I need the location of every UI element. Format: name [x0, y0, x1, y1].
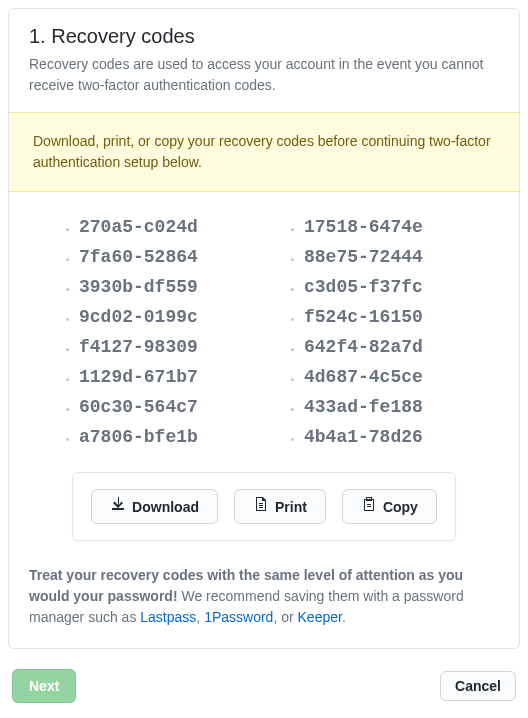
recovery-code: 17518-6474e — [304, 212, 469, 242]
recovery-code: 433ad-fe188 — [304, 392, 469, 422]
warning-after: . — [342, 609, 346, 625]
recovery-code: 60c30-564c7 — [79, 392, 244, 422]
recovery-code: a7806-bfe1b — [79, 422, 244, 452]
codes-column-right: 17518-6474e 88e75-72444 c3d05-f37fc f524… — [284, 212, 469, 452]
link-lastpass[interactable]: Lastpass — [140, 609, 196, 625]
copy-button[interactable]: Copy — [342, 489, 437, 524]
download-icon — [110, 496, 126, 517]
flash-warning: Download, print, or copy your recovery c… — [9, 112, 519, 192]
next-button[interactable]: Next — [12, 669, 76, 703]
recovery-code: 7fa60-52864 — [79, 242, 244, 272]
recovery-code: 3930b-df559 — [79, 272, 244, 302]
code-actions: Download Print Copy — [72, 472, 456, 541]
recovery-code: 1129d-671b7 — [79, 362, 244, 392]
file-icon — [253, 496, 269, 517]
footer-actions: Next Cancel — [8, 649, 520, 707]
recovery-code: 88e75-72444 — [304, 242, 469, 272]
recovery-code: f524c-16150 — [304, 302, 469, 332]
recovery-code: 642f4-82a7d — [304, 332, 469, 362]
download-button[interactable]: Download — [91, 489, 218, 524]
recovery-code: 4d687-4c5ce — [304, 362, 469, 392]
cancel-button[interactable]: Cancel — [440, 671, 516, 701]
codes-section: 270a5-c024d 7fa60-52864 3930b-df559 9cd0… — [9, 192, 519, 565]
sep: , or — [273, 609, 297, 625]
panel-header: 1. Recovery codes Recovery codes are use… — [9, 9, 519, 112]
recovery-code: 270a5-c024d — [79, 212, 244, 242]
panel-description: Recovery codes are used to access your a… — [29, 54, 499, 96]
link-1password[interactable]: 1Password — [204, 609, 273, 625]
clipboard-icon — [361, 496, 377, 517]
codes-columns: 270a5-c024d 7fa60-52864 3930b-df559 9cd0… — [29, 212, 499, 452]
copy-label: Copy — [383, 497, 418, 517]
recovery-code: c3d05-f37fc — [304, 272, 469, 302]
recovery-codes-panel: 1. Recovery codes Recovery codes are use… — [8, 8, 520, 649]
panel-title: 1. Recovery codes — [29, 25, 499, 48]
print-label: Print — [275, 497, 307, 517]
print-button[interactable]: Print — [234, 489, 326, 524]
recovery-code: 9cd02-0199c — [79, 302, 244, 332]
download-label: Download — [132, 497, 199, 517]
recovery-code: f4127-98309 — [79, 332, 244, 362]
warning-text: Treat your recovery codes with the same … — [9, 565, 519, 648]
recovery-code: 4b4a1-78d26 — [304, 422, 469, 452]
sep: , — [196, 609, 204, 625]
codes-column-left: 270a5-c024d 7fa60-52864 3930b-df559 9cd0… — [59, 212, 244, 452]
link-keeper[interactable]: Keeper — [298, 609, 342, 625]
